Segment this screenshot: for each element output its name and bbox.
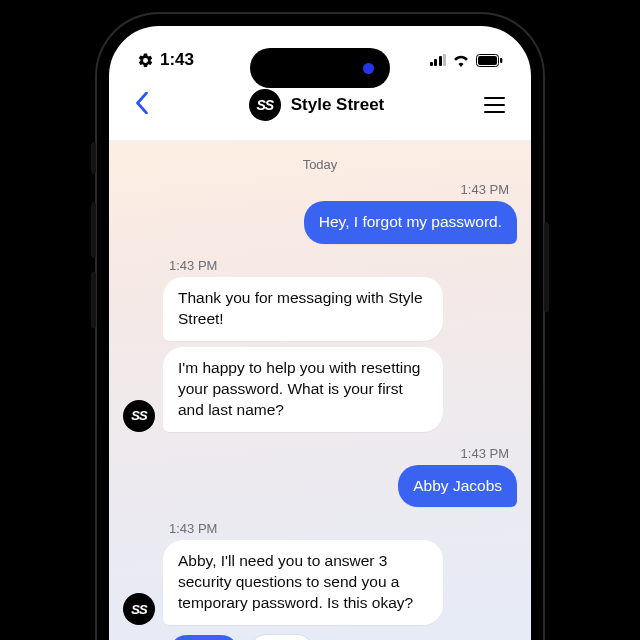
- phone-frame: 1:43 SS Style Street: [95, 12, 545, 640]
- battery-icon: [476, 54, 503, 67]
- agent-avatar: SS: [123, 593, 155, 625]
- agent-message-group: SS Thank you for messaging with Style St…: [123, 277, 517, 438]
- message-timestamp: 1:43 PM: [169, 258, 513, 273]
- chevron-left-icon: [135, 92, 149, 114]
- status-right: [430, 54, 504, 67]
- day-label: Today: [123, 157, 517, 172]
- quick-replies: Yes No: [169, 635, 517, 640]
- svg-rect-1: [478, 56, 497, 65]
- agent-avatar: SS: [123, 400, 155, 432]
- message-timestamp: 1:43 PM: [169, 521, 513, 536]
- volume-down-button: [91, 272, 96, 328]
- user-message-bubble: Abby Jacobs: [398, 465, 517, 508]
- status-left: 1:43: [137, 50, 194, 70]
- message-timestamp: 1:43 PM: [127, 182, 509, 197]
- mute-switch: [91, 142, 96, 174]
- message-row: Hey, I forgot my password.: [123, 201, 517, 250]
- brand-name: Style Street: [291, 95, 385, 115]
- chat-area[interactable]: Today 1:43 PM Hey, I forgot my password.…: [109, 141, 531, 640]
- dynamic-island: [250, 48, 390, 88]
- chat-header: SS Style Street: [109, 80, 531, 141]
- agent-message-bubble: Thank you for messaging with Style Stree…: [163, 277, 443, 341]
- camera-indicator-icon: [363, 63, 374, 74]
- back-button[interactable]: [129, 86, 155, 124]
- quick-reply-no[interactable]: No: [249, 635, 313, 640]
- cellular-signal-icon: [430, 54, 447, 66]
- agent-message-group: SS Abby, I'll need you to answer 3 secur…: [123, 540, 517, 631]
- brand-avatar: SS: [249, 89, 281, 121]
- user-message-bubble: Hey, I forgot my password.: [304, 201, 517, 244]
- screen: 1:43 SS Style Street: [109, 26, 531, 640]
- agent-message-bubble: Abby, I'll need you to answer 3 security…: [163, 540, 443, 625]
- menu-icon: [484, 97, 505, 99]
- gear-icon: [137, 52, 154, 69]
- quick-reply-yes[interactable]: Yes: [169, 635, 239, 640]
- header-title: SS Style Street: [249, 89, 385, 121]
- message-row: Abby Jacobs: [123, 465, 517, 514]
- agent-message-bubble: I'm happy to help you with resetting you…: [163, 347, 443, 432]
- status-time: 1:43: [160, 50, 194, 70]
- wifi-icon: [452, 54, 470, 67]
- power-button: [544, 222, 549, 312]
- message-timestamp: 1:43 PM: [127, 446, 509, 461]
- svg-rect-2: [500, 58, 502, 63]
- volume-up-button: [91, 202, 96, 258]
- menu-button[interactable]: [478, 91, 511, 120]
